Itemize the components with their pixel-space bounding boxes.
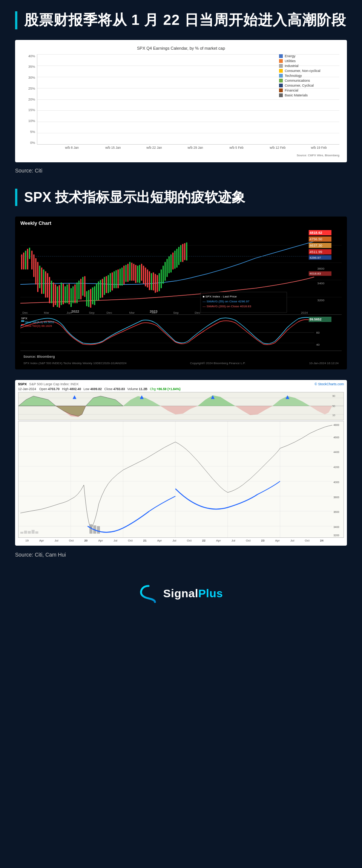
svg-rect-15 xyxy=(33,255,34,277)
svg-rect-41 xyxy=(84,276,85,297)
svg-rect-79 xyxy=(159,273,160,291)
svg-rect-84 xyxy=(169,256,170,273)
svg-rect-69 xyxy=(139,265,140,283)
svg-rect-77 xyxy=(155,274,156,293)
svg-rect-22 xyxy=(47,273,48,298)
svg-rect-17 xyxy=(37,262,38,292)
svg-text:4400: 4400 xyxy=(333,451,339,454)
svg-rect-32 xyxy=(67,285,68,304)
svg-text:4511.99: 4511.99 xyxy=(310,250,322,254)
svg-rect-11 xyxy=(25,251,26,270)
svg-text:50: 50 xyxy=(332,405,335,407)
svg-rect-53 xyxy=(108,275,109,293)
x-axis: w/b 8 Jan w/b 15 Jan w/b 22 Jan w/b 29 J… xyxy=(37,145,339,152)
legend-utilities: Utilities xyxy=(279,59,339,63)
svg-rect-81 xyxy=(163,266,164,284)
svg-rect-93 xyxy=(186,243,187,261)
svg-rect-82 xyxy=(164,262,166,281)
svg-rect-52 xyxy=(106,276,107,293)
svg-rect-24 xyxy=(51,281,52,304)
svg-rect-88 xyxy=(176,249,178,268)
svg-rect-16 xyxy=(35,258,36,285)
svg-text:10: 10 xyxy=(332,414,335,417)
svg-rect-67 xyxy=(135,265,136,283)
svg-rect-39 xyxy=(80,279,81,300)
svg-rect-38 xyxy=(78,281,80,300)
svg-rect-132 xyxy=(21,324,24,325)
svg-rect-70 xyxy=(141,264,142,281)
svg-rect-46 xyxy=(94,287,95,305)
svg-text:Mar: Mar xyxy=(129,311,135,314)
svg-text:Mar: Mar xyxy=(44,311,49,314)
svg-text:3200: 3200 xyxy=(333,534,339,537)
svg-text:4818.62: 4818.62 xyxy=(310,231,322,235)
svg-rect-50 xyxy=(102,279,103,298)
svg-rect-61 xyxy=(123,266,124,285)
svg-rect-174 xyxy=(97,526,100,534)
spx-main-chart: 4800 4600 4400 4200 4000 3800 3600 3400 … xyxy=(18,421,344,538)
svg-rect-168 xyxy=(24,531,27,534)
svg-text:3600: 3600 xyxy=(333,511,339,514)
svg-rect-71 xyxy=(143,266,144,284)
legend-technology: Technology xyxy=(279,74,339,78)
svg-rect-58 xyxy=(118,270,119,288)
svg-rect-25 xyxy=(53,283,54,307)
section1-source: Source: Citi xyxy=(15,168,347,174)
svg-rect-169 xyxy=(28,531,31,534)
svg-text:Sep: Sep xyxy=(173,311,179,314)
svg-text:4637.30: 4637.30 xyxy=(310,244,322,247)
svg-rect-54 xyxy=(110,273,111,292)
svg-text:■ SPX Index - Last Price: ■ SPX Index - Last Price xyxy=(202,295,237,299)
chart-legend: Energy Utilities Industrial Consume xyxy=(279,54,339,98)
oscillator-svg: 80 60 40 SPX Slow %K(9,3) 89.5652 Slow %… xyxy=(20,315,342,351)
svg-rect-66 xyxy=(133,264,134,281)
weekly-chart-title: Weekly Chart xyxy=(20,220,342,226)
section-2-title-block: SPX 技术指标显示出短期的疲软迹象 xyxy=(15,189,347,206)
svg-rect-21 xyxy=(45,272,46,298)
chart-source-note: Source: CitiFX Wire, Bloomberg xyxy=(23,154,339,157)
svg-rect-63 xyxy=(127,264,129,282)
svg-rect-29 xyxy=(61,283,62,305)
legend-financial: Financial xyxy=(279,88,339,92)
svg-text:2024: 2024 xyxy=(301,311,308,314)
svg-rect-65 xyxy=(131,263,132,281)
signalplus-logo-icon xyxy=(139,584,158,603)
svg-text:Dec: Dec xyxy=(195,311,200,314)
svg-rect-28 xyxy=(59,285,60,308)
svg-rect-43 xyxy=(88,290,89,307)
svg-rect-89 xyxy=(178,247,179,265)
svg-rect-86 xyxy=(172,253,173,270)
bloomberg-source: Source: Bloomberg xyxy=(20,351,342,361)
section-1-heading: 股票财报季将从 1 月 22 日当周开始进入高潮阶段 xyxy=(24,11,347,29)
svg-rect-20 xyxy=(43,270,44,294)
svg-rect-85 xyxy=(170,255,172,273)
svg-rect-76 xyxy=(153,273,154,291)
svg-rect-87 xyxy=(174,251,175,269)
svg-text:Jun: Jun xyxy=(67,311,72,314)
svg-rect-19 xyxy=(41,268,42,294)
svg-text:— SMAVG (55)  on Close 4296.97: — SMAVG (55) on Close 4296.97 xyxy=(202,300,250,304)
weekly-chart-inner: Weekly Chart 3200 3400 3600 3800 4000 xyxy=(15,217,347,369)
svg-rect-13 xyxy=(29,248,30,259)
oscillator-chart: 80 60 40 SPX Slow %K(9,3) 89.5652 Slow %… xyxy=(20,315,342,351)
svg-text:Dec: Dec xyxy=(22,311,28,314)
svg-rect-62 xyxy=(125,265,126,282)
svg-text:4000: 4000 xyxy=(333,481,339,484)
svg-rect-90 xyxy=(180,245,181,262)
svg-text:40: 40 xyxy=(316,343,320,346)
earnings-calendar-chart: SPX Q4 Earnings Calendar, by % of market… xyxy=(15,40,347,162)
svg-text:4800: 4800 xyxy=(333,424,339,426)
svg-rect-45 xyxy=(92,288,93,305)
svg-rect-57 xyxy=(115,270,117,288)
svg-rect-42 xyxy=(86,291,87,307)
svg-text:3600: 3600 xyxy=(318,267,325,270)
svg-rect-60 xyxy=(121,268,123,286)
svg-rect-80 xyxy=(161,270,162,288)
svg-rect-35 xyxy=(72,287,74,304)
svg-rect-34 xyxy=(71,288,72,307)
spx-stockcharts-container: $SPX S&P 500 Large Cap Index: INDX © Sto… xyxy=(15,380,347,546)
svg-text:3400: 3400 xyxy=(318,282,325,285)
svg-rect-27 xyxy=(57,287,58,307)
svg-text:90: 90 xyxy=(332,395,335,397)
svg-rect-33 xyxy=(69,284,70,305)
